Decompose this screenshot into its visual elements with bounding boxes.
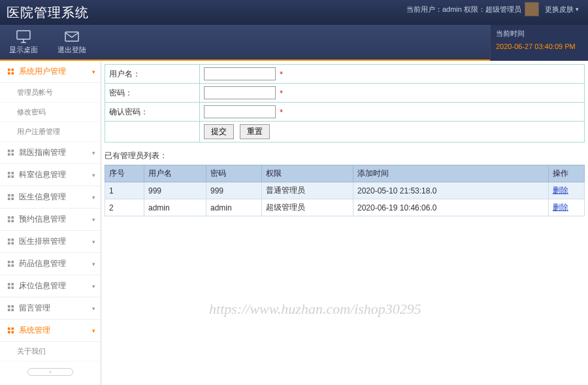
svg-rect-30 bbox=[8, 264, 10, 267]
svg-rect-6 bbox=[8, 72, 10, 75]
module-icon bbox=[7, 237, 15, 246]
svg-rect-28 bbox=[8, 261, 10, 263]
sidebar-item-label: 系统管理 bbox=[19, 325, 50, 336]
sidebar-sub-about[interactable]: 关于我们 bbox=[0, 342, 101, 361]
cell-seq: 2 bbox=[105, 199, 144, 216]
svg-rect-43 bbox=[11, 331, 14, 333]
svg-rect-24 bbox=[8, 239, 10, 241]
sidebar-item-doctor[interactable]: 医生信息管理 ▾ bbox=[0, 186, 101, 209]
sidebar-item-label: 医生信息管理 bbox=[19, 192, 66, 203]
confirm-password-label: 确认密码： bbox=[105, 103, 200, 122]
svg-rect-9 bbox=[11, 150, 14, 152]
sidebar-item-label: 就医指南管理 bbox=[19, 147, 66, 158]
header-userinfo: 当前用户： admin 权限： 超级管理员 更换皮肤 ▾ bbox=[406, 2, 581, 16]
chevron-down-icon: ▾ bbox=[92, 216, 95, 223]
sidebar-item-label: 科室信息管理 bbox=[19, 169, 66, 180]
required-star: * bbox=[280, 70, 283, 79]
sidebar-item-system-user[interactable]: 系统用户管理 ▾ bbox=[0, 61, 101, 83]
sidebar-sub-admin-account[interactable]: 管理员帐号 bbox=[0, 83, 101, 103]
time-panel: 当前时间 2020-06-27 03:40:09 PM bbox=[490, 25, 588, 61]
chevron-down-icon: ▾ bbox=[92, 283, 95, 290]
required-star: * bbox=[280, 89, 283, 98]
svg-rect-17 bbox=[11, 194, 14, 197]
svg-rect-42 bbox=[8, 331, 10, 333]
monitor-icon bbox=[16, 30, 31, 43]
toolbar: 显示桌面 退出登陆 当前时间 2020-06-27 03:40:09 PM bbox=[0, 25, 588, 61]
sidebar-item-medicine[interactable]: 药品信息管理 ▾ bbox=[0, 253, 101, 275]
module-icon bbox=[7, 326, 15, 335]
cell-time: 2020-05-10 21:53:18.0 bbox=[353, 182, 549, 199]
sidebar-item-label: 床位信息管理 bbox=[19, 280, 66, 292]
module-icon bbox=[7, 67, 15, 76]
sidebar-item-appointment[interactable]: 预约信息管理 ▾ bbox=[0, 209, 101, 231]
sidebar-collapse-button[interactable]: ‹ bbox=[27, 368, 73, 376]
username-label: 用户名： bbox=[105, 65, 200, 84]
table-row: 1 999 999 普通管理员 2020-05-10 21:53:18.0 删除 bbox=[105, 182, 585, 199]
table-header-row: 序号 用户名 密码 权限 添加时间 操作 bbox=[105, 165, 585, 182]
svg-rect-31 bbox=[11, 264, 14, 267]
delete-link[interactable]: 删除 bbox=[553, 186, 568, 195]
svg-rect-18 bbox=[8, 197, 10, 200]
reset-button[interactable] bbox=[240, 124, 270, 139]
svg-rect-36 bbox=[8, 305, 10, 308]
change-skin-label: 更换皮肤 bbox=[545, 5, 574, 14]
time-value: 2020-06-27 03:40:09 PM bbox=[496, 42, 583, 50]
sidebar-item-guide[interactable]: 就医指南管理 ▾ bbox=[0, 142, 101, 164]
admin-table: 序号 用户名 密码 权限 添加时间 操作 1 999 999 普通管理员 202… bbox=[105, 165, 585, 216]
svg-rect-37 bbox=[11, 305, 14, 308]
show-desktop-label: 显示桌面 bbox=[9, 45, 38, 55]
form-empty-cell bbox=[105, 122, 200, 142]
chevron-down-icon: ▾ bbox=[92, 150, 95, 156]
delete-link[interactable]: 删除 bbox=[553, 203, 568, 212]
chevron-down-icon: ▾ bbox=[92, 69, 95, 75]
svg-rect-26 bbox=[8, 242, 10, 244]
module-icon bbox=[7, 171, 15, 179]
current-user-label: 当前用户： bbox=[406, 5, 442, 14]
svg-rect-8 bbox=[8, 150, 10, 152]
svg-rect-4 bbox=[8, 69, 10, 71]
chevron-down-icon: ▾ bbox=[92, 261, 95, 267]
sidebar: 系统用户管理 ▾ 管理员帐号 修改密码 用户注册管理 就医指南管理 ▾ 科室信息… bbox=[0, 61, 101, 385]
sidebar-item-message[interactable]: 留言管理 ▾ bbox=[0, 297, 101, 320]
svg-rect-32 bbox=[8, 283, 10, 286]
svg-rect-20 bbox=[8, 216, 10, 219]
module-icon bbox=[7, 259, 15, 268]
sidebar-footer: ‹ bbox=[0, 361, 101, 382]
th-role: 权限 bbox=[262, 165, 353, 182]
sidebar-item-system[interactable]: 系统管理 ▾ bbox=[0, 320, 101, 342]
svg-rect-40 bbox=[8, 327, 10, 330]
svg-rect-11 bbox=[11, 153, 14, 156]
submit-button[interactable] bbox=[204, 124, 234, 139]
sidebar-item-schedule[interactable]: 医生排班管理 ▾ bbox=[0, 231, 101, 253]
cell-user: admin bbox=[144, 199, 206, 216]
sidebar-item-label: 医生排班管理 bbox=[19, 236, 66, 247]
th-seq: 序号 bbox=[105, 165, 144, 182]
sidebar-sub-change-password[interactable]: 修改密码 bbox=[0, 103, 101, 122]
svg-rect-16 bbox=[8, 194, 10, 197]
app-title: 医院管理系统 bbox=[7, 4, 89, 22]
sidebar-item-department[interactable]: 科室信息管理 ▾ bbox=[0, 164, 101, 186]
svg-rect-14 bbox=[8, 175, 10, 178]
show-desktop-button[interactable]: 显示桌面 bbox=[9, 30, 38, 55]
password-input[interactable] bbox=[204, 86, 276, 99]
svg-rect-39 bbox=[11, 309, 14, 311]
cell-time: 2020-06-19 10:46:06.0 bbox=[353, 199, 549, 216]
change-skin-button[interactable]: 更换皮肤 ▾ bbox=[542, 5, 581, 14]
chevron-left-icon: ‹ bbox=[50, 369, 52, 375]
sidebar-item-bed[interactable]: 床位信息管理 ▾ bbox=[0, 275, 101, 297]
header-bar: 医院管理系统 当前用户： admin 权限： 超级管理员 更换皮肤 ▾ bbox=[0, 0, 588, 25]
svg-rect-33 bbox=[11, 283, 14, 286]
list-title: 已有管理员列表： bbox=[105, 150, 585, 161]
password-label: 密码： bbox=[105, 84, 200, 103]
logout-button[interactable]: 退出登陆 bbox=[57, 30, 86, 55]
th-pwd: 密码 bbox=[206, 165, 262, 182]
username-input[interactable] bbox=[204, 67, 276, 80]
chevron-down-icon: ▾ bbox=[576, 6, 579, 12]
sidebar-item-label: 系统用户管理 bbox=[19, 66, 66, 77]
sidebar-item-label: 药品信息管理 bbox=[19, 258, 66, 269]
svg-rect-19 bbox=[11, 197, 14, 200]
sidebar-sub-user-register[interactable]: 用户注册管理 bbox=[0, 122, 101, 142]
module-icon bbox=[7, 193, 15, 201]
confirm-password-input[interactable] bbox=[204, 105, 276, 118]
module-icon bbox=[7, 282, 15, 290]
